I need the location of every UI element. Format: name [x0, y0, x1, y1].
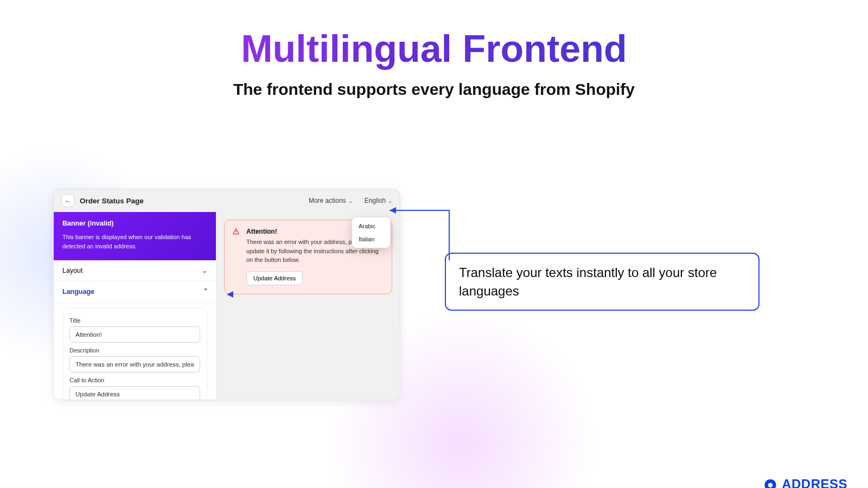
- language-dropdown-popup: Arabic Italian: [352, 217, 390, 248]
- page-headline: Multilingual Frontend: [0, 27, 868, 70]
- sidebar: Banner (invalid) This banner is displaye…: [54, 212, 216, 400]
- sidebar-row-label: Language: [62, 288, 94, 296]
- brand-logo: ADDRESS VALIDATION iO: [763, 478, 847, 488]
- arrow-left-icon: ←: [65, 197, 72, 205]
- language-option-arabic[interactable]: Arabic: [352, 220, 390, 233]
- sidebar-row-label: Layout: [62, 267, 83, 274]
- more-actions-dropdown[interactable]: More actions ⌄: [309, 197, 353, 204]
- chevron-up-icon: ˄: [204, 288, 207, 296]
- more-actions-label: More actions: [309, 197, 346, 204]
- language-dropdown[interactable]: English ⌄: [365, 197, 392, 204]
- chevron-down-icon: ⌄: [348, 198, 353, 204]
- banner-body: This banner is displayed when our valida…: [62, 233, 207, 251]
- warning-icon: [232, 228, 240, 235]
- app-title: Order Status Page: [80, 197, 297, 205]
- title-input[interactable]: [69, 326, 200, 343]
- sidebar-row-layout[interactable]: Layout ⌄: [54, 260, 216, 281]
- description-label: Description: [69, 347, 200, 354]
- app-header: ← Order Status Page More actions ⌄ Engli…: [54, 189, 400, 212]
- cta-label: Call to Action: [69, 377, 200, 383]
- banner-invalid: Banner (invalid) This banner is displaye…: [54, 212, 216, 260]
- cta-input[interactable]: [69, 386, 200, 400]
- preview-pane: Attention! There was an error with your …: [216, 212, 400, 400]
- location-pin-icon: [763, 479, 777, 488]
- callout-box: Translate your texts instantly to all yo…: [445, 253, 760, 311]
- page-subhead: The frontend supports every language fro…: [0, 80, 868, 99]
- language-option-italian[interactable]: Italian: [352, 233, 390, 246]
- language-form: Title Description Call to Action: [54, 303, 216, 400]
- language-current-label: English: [365, 197, 386, 204]
- chevron-down-icon: ⌄: [388, 198, 392, 204]
- banner-title: Banner (invalid): [62, 220, 207, 227]
- svg-point-0: [768, 483, 773, 487]
- sidebar-row-language[interactable]: Language ˄: [54, 281, 216, 303]
- back-button[interactable]: ←: [61, 194, 74, 207]
- app-panel: ← Order Status Page More actions ⌄ Engli…: [53, 189, 400, 400]
- update-address-button[interactable]: Update Address: [246, 271, 303, 285]
- chevron-down-icon: ⌄: [202, 267, 207, 274]
- title-label: Title: [69, 317, 200, 324]
- description-input[interactable]: [69, 356, 200, 373]
- brand-line1: ADDRESS: [782, 478, 847, 488]
